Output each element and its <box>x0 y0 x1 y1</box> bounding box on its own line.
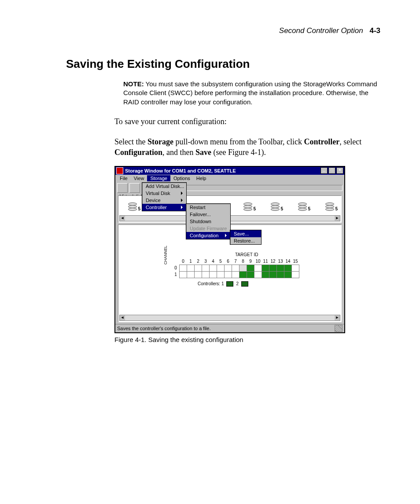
virtual-disk-icon[interactable]: 5 <box>298 202 308 210</box>
intro-paragraph: To save your current configuration: <box>114 116 380 127</box>
instruction-paragraph: Select the Storage pull-down menu from t… <box>114 136 380 158</box>
menubar: File View Storage Options Help <box>115 175 344 182</box>
controller-submenu: Restart Failover... Shutdown Update Firm… <box>186 203 231 239</box>
menu-restart[interactable]: Restart <box>186 204 230 211</box>
section-name: Second Controller Option <box>279 26 363 35</box>
minimize-button[interactable]: _ <box>321 167 328 174</box>
running-header: Second Controller Option 4-3 <box>279 26 380 35</box>
menu-controller[interactable]: Controller <box>142 204 186 211</box>
menu-storage[interactable]: Storage <box>147 175 170 181</box>
virtual-disk-icon[interactable]: 5 <box>128 202 138 210</box>
menu-configuration[interactable]: Configuration <box>186 232 230 239</box>
virtual-disk-icon[interactable]: 5 <box>243 202 253 210</box>
menu-help[interactable]: Help <box>193 175 210 181</box>
device-cell[interactable] <box>247 265 254 271</box>
toolbar-button-2[interactable] <box>129 183 140 193</box>
scroll-left-arrow[interactable]: ◄ <box>120 216 125 221</box>
configuration-submenu: Save... Restore... <box>230 230 262 245</box>
virtual-disk-icon[interactable]: 5 <box>271 202 280 210</box>
storage-window-app: Storage Window for COM1 and COM2, SEATTL… <box>114 166 345 333</box>
horizontal-scrollbar[interactable]: ◄ ► <box>119 315 340 321</box>
menu-shutdown[interactable]: Shutdown <box>186 218 230 225</box>
device-cell[interactable] <box>284 271 292 278</box>
menu-file[interactable]: File <box>117 175 131 181</box>
storage-dropdown: Add Virtual Disk... Virtual Disk Device … <box>142 182 187 211</box>
device-grid: 0 1 2 3 4 5 6 7 8 9 10 11 12 13 <box>172 258 299 278</box>
note-block: NOTE: You must save the subsystem config… <box>123 80 380 107</box>
controllers-line: Controllers: 1 2 <box>198 281 248 287</box>
menu-virtual-disk[interactable]: Virtual Disk <box>142 190 186 197</box>
close-button[interactable]: × <box>336 167 343 174</box>
section-heading: Saving the Existing Configuration <box>66 57 380 71</box>
device-cell[interactable] <box>239 271 247 278</box>
statusbar-text: Saves the controller's configuration to … <box>117 326 210 331</box>
menu-save[interactable]: Save... <box>230 230 261 237</box>
scroll-right-arrow[interactable]: ► <box>335 216 340 221</box>
controller-chip-icon[interactable] <box>226 281 233 287</box>
device-cell[interactable] <box>277 271 284 278</box>
scroll-right-arrow[interactable]: ► <box>335 315 340 320</box>
note-text: You must save the subsystem configuratio… <box>123 80 377 106</box>
menu-update-firmware[interactable]: Update Firmware <box>186 225 230 232</box>
menu-restore[interactable]: Restore... <box>230 237 261 244</box>
statusbar: Saves the controller's configuration to … <box>115 324 344 332</box>
menu-add-virtual-disk[interactable]: Add Virtual Disk... <box>142 183 186 190</box>
note-label: NOTE: <box>123 80 144 88</box>
virtual-disk-icon[interactable]: 5 <box>325 202 335 210</box>
controller-chip-icon[interactable] <box>241 281 248 287</box>
menu-device[interactable]: Device <box>142 197 186 204</box>
device-cell[interactable] <box>239 265 247 271</box>
device-cell[interactable] <box>284 265 292 271</box>
figure-caption: Figure 4-1. Saving the existing configur… <box>114 336 380 343</box>
device-cell[interactable] <box>269 271 277 278</box>
target-id-label: TARGET ID <box>235 252 258 257</box>
device-cell[interactable] <box>277 265 284 271</box>
page-number: 4-3 <box>369 26 380 35</box>
menu-options[interactable]: Options <box>170 175 193 181</box>
scroll-left-arrow[interactable]: ◄ <box>120 315 125 320</box>
device-cell[interactable] <box>262 271 269 278</box>
device-cell[interactable] <box>269 265 277 271</box>
device-cell[interactable] <box>262 265 269 271</box>
window-title: Storage Window for COM1 and COM2, SEATTL… <box>125 168 321 173</box>
device-cell[interactable] <box>247 271 254 278</box>
app-icon <box>116 167 123 174</box>
toolbar-button-1[interactable] <box>117 183 128 193</box>
resize-grip-icon[interactable] <box>335 325 343 332</box>
maximize-button[interactable]: □ <box>328 167 335 174</box>
channel-label: CHANNEL <box>163 246 168 265</box>
titlebar[interactable]: Storage Window for COM1 and COM2, SEATTL… <box>115 167 344 175</box>
menu-failover[interactable]: Failover... <box>186 211 230 218</box>
menu-view[interactable]: View <box>131 175 147 181</box>
